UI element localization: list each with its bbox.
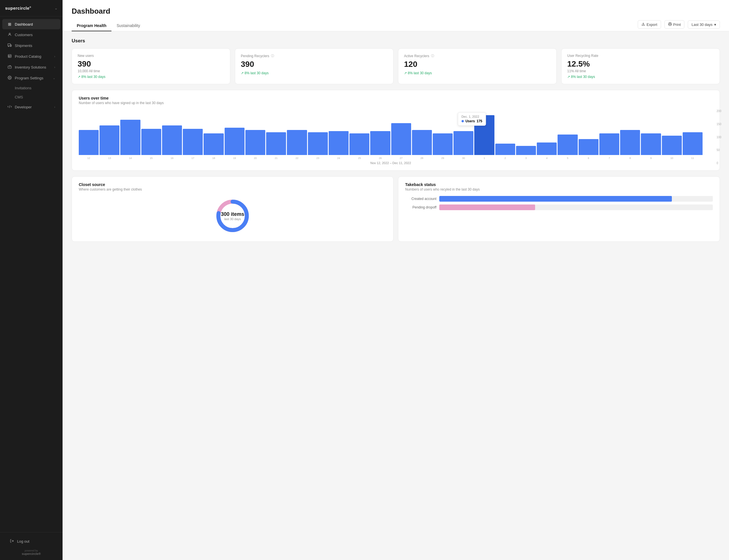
bar-18[interactable]	[453, 131, 473, 155]
sidebar-item-shipments[interactable]: Shipments	[2, 40, 60, 51]
bar-5[interactable]	[183, 129, 203, 155]
tab-program-health[interactable]: Program Health	[72, 20, 112, 31]
sidebar-item-label: Customers	[15, 33, 33, 37]
x-label: 11	[683, 157, 703, 160]
users-over-time-chart: Users over time Number of users who have…	[72, 90, 720, 171]
sidebar-sub-item-invitations[interactable]: Invitations	[2, 84, 60, 92]
bar-11[interactable]	[308, 132, 328, 155]
bar-19[interactable]	[474, 115, 494, 155]
bar-1[interactable]	[100, 125, 119, 155]
takeback-title: Takeback status	[405, 182, 713, 187]
chart-title: Users over time	[79, 96, 713, 100]
bar-12[interactable]	[329, 131, 349, 155]
sidebar-item-program-settings[interactable]: Program Settings ⌄	[2, 73, 60, 83]
bar-29[interactable]	[683, 132, 703, 155]
bar-10[interactable]	[287, 130, 307, 155]
chevron-icon: ›	[54, 66, 55, 69]
takeback-bars: Created account Pending dropoff	[405, 196, 713, 210]
export-button[interactable]: Export	[638, 20, 661, 29]
sidebar-item-dashboard[interactable]: ⊞ Dashboard	[2, 19, 60, 29]
settings-icon	[7, 76, 12, 80]
hbar-track	[439, 196, 713, 202]
info-icon[interactable]: ⓘ	[271, 54, 274, 58]
bar-17[interactable]	[433, 133, 453, 155]
x-label: 8	[620, 157, 640, 160]
bar-23[interactable]	[557, 135, 577, 155]
bar-13[interactable]	[350, 133, 369, 155]
stat-trend: ↗ 8% last 30 days	[78, 75, 224, 79]
x-label: 28	[412, 157, 432, 160]
sidebar-item-inventory-solutions[interactable]: Inventory Solutions ›	[2, 62, 60, 73]
bar-4[interactable]	[162, 125, 182, 155]
bar-0[interactable]	[79, 130, 99, 155]
stat-card-active-recyclers: Active Recyclers ⓘ 120 ↗ 8% last 30 days	[398, 48, 557, 84]
sidebar-sub-item-cms[interactable]: CMS	[2, 93, 60, 102]
info-icon[interactable]: ⓘ	[431, 54, 434, 58]
hbar-row-pending: Pending dropoff	[405, 204, 713, 210]
stat-trend: ↗ 8% last 30 days	[241, 71, 387, 75]
stat-value: 12.5%	[567, 59, 714, 69]
sidebar-item-label: Program Settings	[15, 76, 43, 80]
hbar-track	[439, 204, 713, 210]
x-label: 25	[350, 157, 369, 160]
stat-card-pending-recyclers: Pending Recyclers ⓘ 390 ↗ 8% last 30 day…	[235, 48, 393, 84]
brand-header[interactable]: supercircle® ⌄	[0, 0, 63, 16]
bar-15[interactable]	[391, 123, 411, 155]
svg-rect-1	[8, 44, 11, 46]
sidebar-item-label: Inventory Solutions	[15, 65, 46, 69]
bar-27[interactable]	[641, 133, 661, 155]
powered-by: powered by supercircle®	[2, 547, 60, 557]
sidebar-item-product-catalog[interactable]: Product Catalog ›	[2, 51, 60, 62]
x-label: 29	[433, 157, 453, 160]
trend-icon: ↗	[241, 71, 244, 75]
bar-2[interactable]	[120, 120, 140, 155]
bar-25[interactable]	[599, 133, 619, 155]
bar-20[interactable]	[495, 144, 515, 155]
bar-22[interactable]	[537, 142, 557, 155]
tab-actions: Export Print Last 30 days ▾	[638, 20, 720, 31]
shipments-icon	[7, 43, 12, 48]
bar-28[interactable]	[662, 136, 682, 155]
sidebar-item-label: Developer	[15, 105, 32, 109]
x-label: 22	[287, 157, 307, 160]
chart-x-labels: 1213141516171819202122232425262728293012…	[79, 157, 703, 160]
donut-chart: 300 items last 30 days	[79, 196, 386, 236]
logout-button[interactable]: Log out	[5, 536, 58, 547]
tab-sustainability[interactable]: Sustainability	[112, 20, 145, 31]
x-label: 7	[599, 157, 619, 160]
bar-7[interactable]	[225, 128, 245, 155]
x-label: 12	[79, 157, 99, 160]
stat-label: Active Recyclers ⓘ	[404, 54, 551, 58]
stat-card-new-users: New users 390 10,000 All time ↗ 8% last …	[72, 48, 230, 84]
donut-sub: last 30 days	[221, 217, 244, 221]
date-range-button[interactable]: Last 30 days ▾	[688, 20, 720, 29]
x-label: 15	[141, 157, 161, 160]
x-label: 9	[641, 157, 661, 160]
bar-6[interactable]	[204, 133, 224, 155]
bar-9[interactable]	[266, 132, 286, 155]
closet-source-subtitle: Where customers are getting their clothe…	[79, 187, 386, 191]
donut-label: 300 items last 30 days	[221, 211, 244, 221]
y-label: 200	[716, 109, 721, 113]
stat-card-user-recycling-rate: User Recycling Rate 12.5% 11% All time ↗…	[561, 48, 720, 84]
bar-21[interactable]	[516, 146, 536, 155]
chevron-icon: ›	[54, 55, 55, 58]
main-content: Dashboard Program Health Sustainability …	[63, 0, 729, 560]
bar-24[interactable]	[579, 139, 598, 155]
bar-3[interactable]	[141, 129, 161, 155]
stat-trend: ↗ 8% last 30 days	[567, 75, 714, 79]
sidebar-item-customers[interactable]: Customers	[2, 30, 60, 40]
page-title: Dashboard	[72, 7, 720, 16]
svg-point-11	[9, 77, 10, 78]
chart-subtitle: Number of users who have signed up in th…	[79, 101, 713, 105]
bottom-row: Closet source Where customers are gettin…	[72, 176, 720, 242]
bar-14[interactable]	[370, 131, 390, 155]
sidebar-item-developer[interactable]: Developer ›	[2, 102, 60, 112]
print-button[interactable]: Print	[664, 20, 685, 29]
bar-16[interactable]	[412, 130, 432, 155]
bar-26[interactable]	[620, 130, 640, 155]
users-section-title: Users	[72, 38, 720, 44]
bar-8[interactable]	[245, 130, 265, 155]
chevron-down-icon: ▾	[714, 22, 716, 27]
x-label: 14	[120, 157, 140, 160]
